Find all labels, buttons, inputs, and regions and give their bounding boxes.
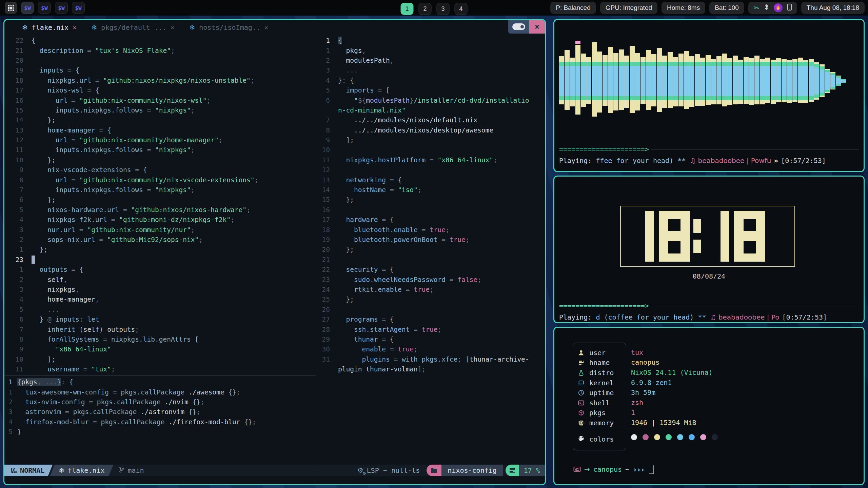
code-line[interactable]: 28 ssh.startAgent = true; [316,324,545,334]
code-line[interactable]: 4 home-manager, [4,294,316,304]
editor-pane-right[interactable]: 1{1 pkgs,2 modulesPath,3 ...4}: {5 impor… [316,34,545,378]
code-line[interactable]: 26 [316,305,545,314]
workspace-button-4[interactable]: $W [72,2,85,14]
tag-button-2[interactable]: 2 [419,3,432,15]
code-line[interactable]: 15 }; [316,195,545,205]
tag-button-4[interactable]: 4 [455,3,468,15]
workspace-button-1[interactable]: $W [21,2,34,14]
code-line[interactable]: 1{pkgs, ...}: { [4,377,316,387]
code-line[interactable]: 25 }; [316,294,545,304]
close-tab-icon[interactable]: × [264,24,268,31]
code-line[interactable]: 14 }; [4,115,316,125]
code-line[interactable]: 9 "x86_64-linux" [4,344,316,354]
code-line[interactable]: 22 security = { [316,265,545,274]
code-line[interactable]: 11 username = "tux"; [4,364,316,374]
bluetooth-icon[interactable] [764,4,769,12]
editor-pane-left[interactable]: 22{21 description = "tux's NixOS Flake";… [4,34,316,377]
code-line[interactable]: 17 nixos-wsl = { [4,85,316,95]
code-line[interactable]: 22{ [4,36,316,45]
code-line[interactable]: 13 networking = { [316,175,545,185]
code-line[interactable]: 8 url = "github:nix-community/nix-vscode… [4,175,316,185]
code-line[interactable]: 12 url = "github:nix-community/home-mana… [4,135,316,145]
pane-separator-horizontal[interactable] [4,375,316,376]
code-line[interactable]: 16 url = "github:nix-community/nixos-wsl… [4,95,316,105]
terminal-cursor[interactable] [649,465,654,474]
code-line[interactable]: 18 nixpkgs.url = "github:nixos/nixpkgs/n… [4,76,316,85]
tag-button-1[interactable]: 1 [401,3,414,15]
code-line[interactable]: 7 inherit (self) outputs; [4,324,316,334]
phone-icon[interactable] [787,4,792,12]
code-line[interactable]: 2 tux-nvim-config = pkgs.callPackage ./n… [4,397,316,407]
code-line[interactable]: plugin thunar-volman]; [316,364,545,374]
code-line[interactable]: 21 [316,255,545,265]
code-line[interactable]: 5} [4,427,316,437]
code-line[interactable]: 3 astronvim = pkgs.callPackage ./astronv… [4,407,316,417]
code-line[interactable]: 9 ]; [316,135,545,145]
code-line[interactable]: 19 inputs = { [4,65,316,75]
code-line[interactable]: 6 "${modulesPath}/installer/cd-dvd/insta… [316,95,545,105]
code-line[interactable]: 27 programs = { [316,314,545,324]
code-line[interactable]: 3 ... [316,65,545,75]
app-launcher-button[interactable] [5,2,17,14]
code-line[interactable]: 23 [4,255,316,265]
code-line[interactable]: 9 nix-vscode-extensions = { [4,165,316,175]
code-line[interactable]: 20 [4,56,316,65]
code-line[interactable]: 1 }; [4,245,316,255]
tab-hosts-isoImag-[interactable]: ❄hosts/isoImag..× [189,23,268,32]
tab-flake-nix[interactable]: ❄flake.nix× [22,23,77,32]
code-line[interactable]: 7 ../../modules/nixos/default.nix [316,115,545,125]
code-line[interactable]: 3 nixpkgs, [4,285,316,294]
code-line[interactable]: 18 bluetooth.enable = true; [316,225,545,235]
code-line[interactable]: 6 } @ inputs: let [4,314,316,324]
code-line[interactable]: 2 modulesPath, [316,56,545,65]
code-line[interactable]: 23 sudo.wheelNeedsPassword = false; [316,274,545,284]
code-line[interactable]: 5 ... [4,305,316,314]
close-tab-icon[interactable]: × [73,24,76,31]
code-line[interactable]: 1{ [316,36,545,45]
code-line[interactable]: 8 ../../modules/nixos/desktop/awesome [316,125,545,135]
code-line[interactable]: 2 self, [4,274,316,284]
code-line[interactable]: 20 }; [316,245,545,255]
shell-prompt[interactable]: → canopus ~ ››› [573,464,654,475]
code-line[interactable]: 2 sops-nix.url = "github:Mic92/sops-nix"… [4,235,316,245]
code-line[interactable]: 16 [316,205,545,215]
code-line[interactable]: 1 outputs = { [4,265,316,274]
toggle-button[interactable] [508,20,529,34]
code-line[interactable]: 31 plugins = with pkgs.xfce; [thunar-arc… [316,354,545,364]
tray-icons[interactable]: ✂ [748,2,797,14]
code-line[interactable]: 1 tux-awesome-wm-config = pkgs.callPacka… [4,387,316,397]
close-tab-icon[interactable]: × [171,24,174,31]
code-line[interactable]: n-cd-minimal.nix" [316,105,545,115]
workspace-button-2[interactable]: $W [38,2,51,14]
scissors-icon[interactable]: ✂ [754,4,760,12]
code-line[interactable]: 4}: { [316,76,545,85]
code-line[interactable]: 10 ]; [4,354,316,364]
tab-pkgs-default-[interactable]: ❄pkgs/default ...× [92,23,175,32]
code-line[interactable]: 7 inputs.nixpkgs.follows = "nixpkgs"; [4,185,316,195]
tag-button-3[interactable]: 3 [437,3,450,15]
code-line[interactable]: 30 enable = true; [316,344,545,354]
code-line[interactable]: 24 rtkit.enable = true; [316,285,545,294]
code-line[interactable]: 1 pkgs, [316,45,545,55]
code-line[interactable]: 8 forAllSystems = nixpkgs.lib.genAttrs [ [4,334,316,344]
code-line[interactable]: 14 hostName = "iso"; [316,185,545,195]
code-line[interactable]: 13 home-manager = { [4,125,316,135]
code-line[interactable]: 29 thunar = { [316,334,545,344]
code-line[interactable]: 10 [316,145,545,155]
code-line[interactable]: 15 inputs.nixpkgs.follows = "nixpkgs"; [4,105,316,115]
code-line[interactable]: 6 }; [4,195,316,205]
code-line[interactable]: 17 hardware = { [316,215,545,225]
code-line[interactable]: 10 }; [4,155,316,165]
code-line[interactable]: 19 bluetooth.powerOnBoot = true; [316,235,545,245]
close-button[interactable]: × [529,20,545,34]
code-line[interactable]: 11 nixpkgs.hostPlatform = "x86_64-linux"… [316,155,545,165]
firefox-flame-icon[interactable] [774,3,783,12]
code-line[interactable]: 5 imports = [ [316,85,545,95]
editor-pane-bottom[interactable]: 1{pkgs, ...}: {1 tux-awesome-wm-config =… [4,377,316,442]
code-line[interactable]: 4 nixpkgs-f2k.url = "github:moni-dz/nixp… [4,215,316,225]
code-line[interactable]: 3 nur.url = "github:nix-community/nur"; [4,225,316,235]
workspace-button-3[interactable]: $W [55,2,68,14]
code-line[interactable]: 21 description = "tux's NixOS Flake"; [4,45,316,55]
code-line[interactable]: 5 nixos-hardware.url = "github:nixos/nix… [4,205,316,215]
code-line[interactable]: 11 inputs.nixpkgs.follows = "nixpkgs"; [4,145,316,155]
